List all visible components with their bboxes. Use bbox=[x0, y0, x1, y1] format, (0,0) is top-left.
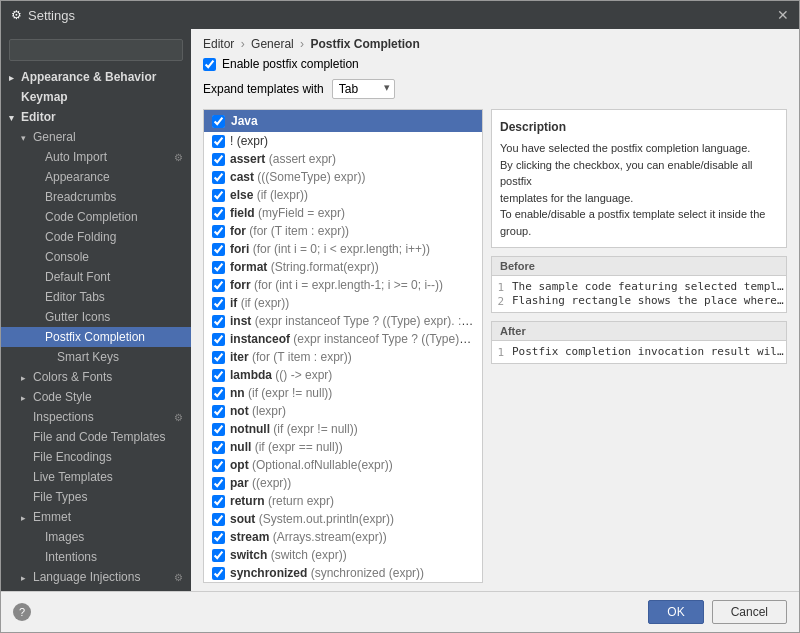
java-list-item-17[interactable]: null (if (expr == null)) bbox=[204, 438, 482, 456]
java-list-item-5[interactable]: for (for (T item : expr)) bbox=[204, 222, 482, 240]
java-list-item-6[interactable]: fori (for (int i = 0; i < expr.length; i… bbox=[204, 240, 482, 258]
java-list-item-11[interactable]: instanceof (expr instanceof Type ? ((Typ… bbox=[204, 330, 482, 348]
before-line-text-2: Flashing rectangle shows the place where… bbox=[512, 294, 786, 307]
java-item-keyword-8: forr bbox=[230, 278, 251, 292]
sidebar-item-keymap[interactable]: Keymap bbox=[1, 87, 191, 107]
sidebar-item-console[interactable]: Console bbox=[1, 247, 191, 267]
sidebar-item-code-completion[interactable]: Code Completion bbox=[1, 207, 191, 227]
java-item-checkbox-3[interactable] bbox=[212, 189, 225, 202]
java-list-item-7[interactable]: format (String.format(expr)) bbox=[204, 258, 482, 276]
java-item-checkbox-0[interactable] bbox=[212, 135, 225, 148]
sidebar-item-appearance-behavior[interactable]: ▸ Appearance & Behavior bbox=[1, 67, 191, 87]
sidebar-item-code-folding[interactable]: Code Folding bbox=[1, 227, 191, 247]
search-input[interactable] bbox=[9, 39, 183, 61]
java-list-item-8[interactable]: forr (for (int i = expr.length-1; i >= 0… bbox=[204, 276, 482, 294]
java-item-label-20: return (return expr) bbox=[230, 494, 334, 508]
java-list-body: ! (expr)assert (assert expr)cast (((Some… bbox=[204, 132, 482, 582]
java-item-type-20: (return expr) bbox=[265, 494, 334, 508]
java-list-item-12[interactable]: iter (for (T item : expr)) bbox=[204, 348, 482, 366]
java-item-checkbox-5[interactable] bbox=[212, 225, 225, 238]
sidebar-item-general[interactable]: ▾ General bbox=[1, 127, 191, 147]
java-item-checkbox-7[interactable] bbox=[212, 261, 225, 274]
footer: ? OK Cancel bbox=[1, 591, 799, 632]
java-list-item-22[interactable]: stream (Arrays.stream(expr)) bbox=[204, 528, 482, 546]
java-item-checkbox-8[interactable] bbox=[212, 279, 225, 292]
java-header-checkbox[interactable] bbox=[212, 115, 225, 128]
java-item-checkbox-23[interactable] bbox=[212, 549, 225, 562]
sidebar-item-images[interactable]: Images bbox=[1, 527, 191, 547]
java-item-checkbox-2[interactable] bbox=[212, 171, 225, 184]
java-list-item-10[interactable]: inst (expr instanceof Type ? ((Type) exp… bbox=[204, 312, 482, 330]
sidebar-item-code-style[interactable]: ▸ Code Style bbox=[1, 387, 191, 407]
java-item-type-16: (if (expr != null)) bbox=[270, 422, 358, 436]
java-list-item-2[interactable]: cast (((SomeType) expr)) bbox=[204, 168, 482, 186]
java-item-checkbox-1[interactable] bbox=[212, 153, 225, 166]
java-item-checkbox-9[interactable] bbox=[212, 297, 225, 310]
java-item-keyword-13: lambda bbox=[230, 368, 272, 382]
java-list-item-18[interactable]: opt (Optional.ofNullable(expr)) bbox=[204, 456, 482, 474]
java-item-checkbox-15[interactable] bbox=[212, 405, 225, 418]
java-list-item-3[interactable]: else (if (lexpr)) bbox=[204, 186, 482, 204]
java-item-checkbox-11[interactable] bbox=[212, 333, 225, 346]
sidebar-item-smart-keys[interactable]: Smart Keys bbox=[1, 347, 191, 367]
sidebar-item-file-types[interactable]: File Types bbox=[1, 487, 191, 507]
java-list-item-16[interactable]: notnull (if (expr != null)) bbox=[204, 420, 482, 438]
java-list-item-20[interactable]: return (return expr) bbox=[204, 492, 482, 510]
right-panel: Editor › General › Postfix Completion En… bbox=[191, 29, 799, 591]
java-list-item-4[interactable]: field (myField = expr) bbox=[204, 204, 482, 222]
java-item-checkbox-16[interactable] bbox=[212, 423, 225, 436]
java-item-checkbox-13[interactable] bbox=[212, 369, 225, 382]
java-item-type-24: (synchronized (expr)) bbox=[307, 566, 424, 580]
java-item-checkbox-4[interactable] bbox=[212, 207, 225, 220]
java-item-label-0: ! (expr) bbox=[230, 134, 268, 148]
sidebar-label-gutter-icons: Gutter Icons bbox=[45, 310, 110, 324]
java-list-item-19[interactable]: par ((expr)) bbox=[204, 474, 482, 492]
sidebar-item-intentions[interactable]: Intentions bbox=[1, 547, 191, 567]
sidebar-item-gutter-icons[interactable]: Gutter Icons bbox=[1, 307, 191, 327]
enable-label: Enable postfix completion bbox=[222, 57, 359, 71]
sidebar-item-live-templates[interactable]: Live Templates bbox=[1, 467, 191, 487]
java-item-checkbox-21[interactable] bbox=[212, 513, 225, 526]
java-list-item-24[interactable]: synchronized (synchronized (expr)) bbox=[204, 564, 482, 582]
java-item-checkbox-20[interactable] bbox=[212, 495, 225, 508]
java-list-item-15[interactable]: not (lexpr) bbox=[204, 402, 482, 420]
java-list-item-14[interactable]: nn (if (expr != null)) bbox=[204, 384, 482, 402]
sidebar-item-postfix-completion[interactable]: Postfix Completion bbox=[1, 327, 191, 347]
java-list-item-23[interactable]: switch (switch (expr)) bbox=[204, 546, 482, 564]
java-item-checkbox-10[interactable] bbox=[212, 315, 225, 328]
java-item-checkbox-6[interactable] bbox=[212, 243, 225, 256]
close-button[interactable]: ✕ bbox=[777, 7, 789, 23]
help-button[interactable]: ? bbox=[13, 603, 31, 621]
java-list-item-1[interactable]: assert (assert expr) bbox=[204, 150, 482, 168]
java-item-checkbox-14[interactable] bbox=[212, 387, 225, 400]
ok-button[interactable]: OK bbox=[648, 600, 703, 624]
java-item-checkbox-12[interactable] bbox=[212, 351, 225, 364]
cancel-button[interactable]: Cancel bbox=[712, 600, 787, 624]
sidebar-item-editor-tabs[interactable]: Editor Tabs bbox=[1, 287, 191, 307]
sidebar-item-file-code-templates[interactable]: File and Code Templates bbox=[1, 427, 191, 447]
expand-select[interactable]: Tab Enter Space bbox=[332, 79, 395, 99]
java-list-item-9[interactable]: if (if (expr)) bbox=[204, 294, 482, 312]
enable-checkbox[interactable] bbox=[203, 58, 216, 71]
sidebar-item-emmet[interactable]: ▸ Emmet bbox=[1, 507, 191, 527]
java-list-item-0[interactable]: ! (expr) bbox=[204, 132, 482, 150]
sidebar-item-language-injections[interactable]: ▸ Language Injections⚙ bbox=[1, 567, 191, 587]
java-item-checkbox-24[interactable] bbox=[212, 567, 225, 580]
sidebar: ▸ Appearance & BehaviorKeymap▾ Editor▾ G… bbox=[1, 29, 191, 591]
java-list-item-13[interactable]: lambda (() -> expr) bbox=[204, 366, 482, 384]
java-item-checkbox-17[interactable] bbox=[212, 441, 225, 454]
sidebar-item-colors-fonts[interactable]: ▸ Colors & Fonts bbox=[1, 367, 191, 387]
sidebar-item-breadcrumbs[interactable]: Breadcrumbs bbox=[1, 187, 191, 207]
java-header-label: Java bbox=[231, 114, 258, 128]
sidebar-item-file-encodings[interactable]: File Encodings bbox=[1, 447, 191, 467]
java-item-checkbox-19[interactable] bbox=[212, 477, 225, 490]
sidebar-item-editor[interactable]: ▾ Editor bbox=[1, 107, 191, 127]
sidebar-item-auto-import[interactable]: Auto Import⚙ bbox=[1, 147, 191, 167]
sidebar-item-default-font[interactable]: Default Font bbox=[1, 267, 191, 287]
java-item-checkbox-18[interactable] bbox=[212, 459, 225, 472]
java-item-type-7: (String.format(expr)) bbox=[267, 260, 378, 274]
java-item-checkbox-22[interactable] bbox=[212, 531, 225, 544]
sidebar-item-inspections[interactable]: Inspections⚙ bbox=[1, 407, 191, 427]
java-list-item-21[interactable]: sout (System.out.println(expr)) bbox=[204, 510, 482, 528]
sidebar-item-appearance[interactable]: Appearance bbox=[1, 167, 191, 187]
